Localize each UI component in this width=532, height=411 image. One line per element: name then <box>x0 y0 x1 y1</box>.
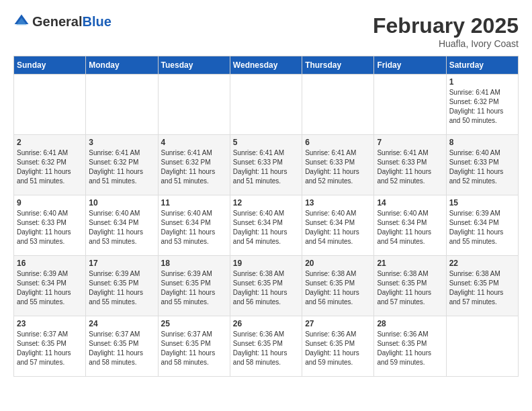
page-header: GeneralBlue February 2025 Huafla, Ivory … <box>13 13 519 49</box>
day-number: 26 <box>233 319 299 328</box>
calendar-week-2: 2Sunrise: 6:41 AM Sunset: 6:32 PM Daylig… <box>14 135 519 195</box>
calendar-cell <box>446 316 518 377</box>
day-info: Sunrise: 6:37 AM Sunset: 6:35 PM Dayligh… <box>17 330 83 367</box>
logo: GeneralBlue <box>13 13 112 30</box>
day-number: 11 <box>161 198 227 208</box>
day-info: Sunrise: 6:41 AM Sunset: 6:33 PM Dayligh… <box>233 148 299 186</box>
calendar-cell <box>230 75 302 135</box>
day-info: Sunrise: 6:41 AM Sunset: 6:32 PM Dayligh… <box>17 148 83 186</box>
day-info: Sunrise: 6:41 AM Sunset: 6:33 PM Dayligh… <box>377 148 443 186</box>
calendar-cell: 25Sunrise: 6:37 AM Sunset: 6:35 PM Dayli… <box>158 316 230 377</box>
day-number: 9 <box>17 198 83 208</box>
header-wednesday: Wednesday <box>230 56 302 75</box>
day-info: Sunrise: 6:37 AM Sunset: 6:35 PM Dayligh… <box>89 330 154 367</box>
calendar-cell: 28Sunrise: 6:36 AM Sunset: 6:35 PM Dayli… <box>374 316 446 377</box>
calendar-cell: 3Sunrise: 6:41 AM Sunset: 6:32 PM Daylig… <box>86 135 158 195</box>
day-number: 2 <box>17 138 83 147</box>
calendar-cell: 13Sunrise: 6:40 AM Sunset: 6:34 PM Dayli… <box>302 195 374 256</box>
header-saturday: Saturday <box>446 56 518 75</box>
calendar-cell: 2Sunrise: 6:41 AM Sunset: 6:32 PM Daylig… <box>14 135 86 195</box>
day-info: Sunrise: 6:38 AM Sunset: 6:35 PM Dayligh… <box>233 269 299 307</box>
calendar-cell: 4Sunrise: 6:41 AM Sunset: 6:32 PM Daylig… <box>158 135 230 195</box>
calendar-cell: 22Sunrise: 6:38 AM Sunset: 6:35 PM Dayli… <box>446 256 518 316</box>
day-number: 6 <box>305 138 371 147</box>
header-sunday: Sunday <box>14 56 86 75</box>
calendar-cell: 21Sunrise: 6:38 AM Sunset: 6:35 PM Dayli… <box>374 256 446 316</box>
logo-blue: Blue <box>82 14 111 29</box>
main-title: February 2025 <box>373 13 519 38</box>
calendar-body: 1Sunrise: 6:41 AM Sunset: 6:32 PM Daylig… <box>14 75 519 377</box>
day-number: 27 <box>305 319 371 328</box>
day-number: 1 <box>449 77 515 87</box>
calendar-cell: 16Sunrise: 6:39 AM Sunset: 6:34 PM Dayli… <box>14 256 86 316</box>
day-info: Sunrise: 6:41 AM Sunset: 6:32 PM Dayligh… <box>89 148 154 186</box>
header-tuesday: Tuesday <box>158 56 230 75</box>
calendar-cell <box>158 75 230 135</box>
day-info: Sunrise: 6:40 AM Sunset: 6:34 PM Dayligh… <box>377 209 443 246</box>
calendar-cell <box>86 75 158 135</box>
day-info: Sunrise: 6:40 AM Sunset: 6:34 PM Dayligh… <box>233 209 299 246</box>
day-number: 3 <box>89 138 154 147</box>
calendar-table: Sunday Monday Tuesday Wednesday Thursday… <box>13 56 519 377</box>
calendar-cell: 8Sunrise: 6:40 AM Sunset: 6:33 PM Daylig… <box>446 135 518 195</box>
calendar-week-5: 23Sunrise: 6:37 AM Sunset: 6:35 PM Dayli… <box>14 316 519 377</box>
day-info: Sunrise: 6:38 AM Sunset: 6:35 PM Dayligh… <box>449 269 515 307</box>
logo-general: General <box>32 14 82 29</box>
day-number: 19 <box>233 259 299 268</box>
calendar-cell: 5Sunrise: 6:41 AM Sunset: 6:33 PM Daylig… <box>230 135 302 195</box>
calendar-cell: 7Sunrise: 6:41 AM Sunset: 6:33 PM Daylig… <box>374 135 446 195</box>
header-friday: Friday <box>374 56 446 75</box>
day-number: 13 <box>305 198 371 208</box>
day-info: Sunrise: 6:39 AM Sunset: 6:34 PM Dayligh… <box>449 209 515 246</box>
day-info: Sunrise: 6:38 AM Sunset: 6:35 PM Dayligh… <box>377 269 443 307</box>
day-number: 10 <box>89 198 154 208</box>
day-info: Sunrise: 6:40 AM Sunset: 6:34 PM Dayligh… <box>305 209 371 246</box>
title-block: February 2025 Huafla, Ivory Coast <box>373 13 519 49</box>
day-number: 20 <box>305 259 371 268</box>
day-info: Sunrise: 6:40 AM Sunset: 6:34 PM Dayligh… <box>161 209 227 246</box>
calendar-cell: 14Sunrise: 6:40 AM Sunset: 6:34 PM Dayli… <box>374 195 446 256</box>
day-info: Sunrise: 6:36 AM Sunset: 6:35 PM Dayligh… <box>305 330 371 367</box>
calendar-week-3: 9Sunrise: 6:40 AM Sunset: 6:33 PM Daylig… <box>14 195 519 256</box>
calendar-cell: 15Sunrise: 6:39 AM Sunset: 6:34 PM Dayli… <box>446 195 518 256</box>
header-monday: Monday <box>86 56 158 75</box>
day-info: Sunrise: 6:37 AM Sunset: 6:35 PM Dayligh… <box>161 330 227 367</box>
day-number: 8 <box>449 138 515 147</box>
day-info: Sunrise: 6:41 AM Sunset: 6:32 PM Dayligh… <box>161 148 227 186</box>
calendar-header: Sunday Monday Tuesday Wednesday Thursday… <box>14 56 519 75</box>
calendar-cell: 1Sunrise: 6:41 AM Sunset: 6:32 PM Daylig… <box>446 75 518 135</box>
day-number: 15 <box>449 198 515 208</box>
day-info: Sunrise: 6:41 AM Sunset: 6:32 PM Dayligh… <box>449 88 515 126</box>
calendar-cell: 23Sunrise: 6:37 AM Sunset: 6:35 PM Dayli… <box>14 316 86 377</box>
day-info: Sunrise: 6:39 AM Sunset: 6:35 PM Dayligh… <box>89 269 154 307</box>
day-number: 12 <box>233 198 299 208</box>
calendar-cell: 10Sunrise: 6:40 AM Sunset: 6:34 PM Dayli… <box>86 195 158 256</box>
day-info: Sunrise: 6:40 AM Sunset: 6:33 PM Dayligh… <box>17 209 83 246</box>
day-number: 14 <box>377 198 443 208</box>
day-number: 25 <box>161 319 227 328</box>
calendar-week-1: 1Sunrise: 6:41 AM Sunset: 6:32 PM Daylig… <box>14 75 519 135</box>
calendar-cell: 17Sunrise: 6:39 AM Sunset: 6:35 PM Dayli… <box>86 256 158 316</box>
day-number: 18 <box>161 259 227 268</box>
day-info: Sunrise: 6:38 AM Sunset: 6:35 PM Dayligh… <box>305 269 371 307</box>
day-info: Sunrise: 6:39 AM Sunset: 6:34 PM Dayligh… <box>17 269 83 307</box>
calendar-cell: 26Sunrise: 6:36 AM Sunset: 6:35 PM Dayli… <box>230 316 302 377</box>
day-number: 21 <box>377 259 443 268</box>
calendar-cell: 12Sunrise: 6:40 AM Sunset: 6:34 PM Dayli… <box>230 195 302 256</box>
day-number: 17 <box>89 259 154 268</box>
calendar-cell: 24Sunrise: 6:37 AM Sunset: 6:35 PM Dayli… <box>86 316 158 377</box>
day-info: Sunrise: 6:36 AM Sunset: 6:35 PM Dayligh… <box>233 330 299 367</box>
logo-icon <box>13 13 30 30</box>
day-info: Sunrise: 6:36 AM Sunset: 6:35 PM Dayligh… <box>377 330 443 367</box>
calendar-cell: 27Sunrise: 6:36 AM Sunset: 6:35 PM Dayli… <box>302 316 374 377</box>
day-info: Sunrise: 6:41 AM Sunset: 6:33 PM Dayligh… <box>305 148 371 186</box>
day-number: 7 <box>377 138 443 147</box>
header-thursday: Thursday <box>302 56 374 75</box>
day-number: 4 <box>161 138 227 147</box>
calendar-cell: 20Sunrise: 6:38 AM Sunset: 6:35 PM Dayli… <box>302 256 374 316</box>
day-info: Sunrise: 6:39 AM Sunset: 6:35 PM Dayligh… <box>161 269 227 307</box>
day-info: Sunrise: 6:40 AM Sunset: 6:33 PM Dayligh… <box>449 148 515 186</box>
subtitle: Huafla, Ivory Coast <box>373 38 519 49</box>
day-info: Sunrise: 6:40 AM Sunset: 6:34 PM Dayligh… <box>89 209 154 246</box>
calendar-cell <box>374 75 446 135</box>
